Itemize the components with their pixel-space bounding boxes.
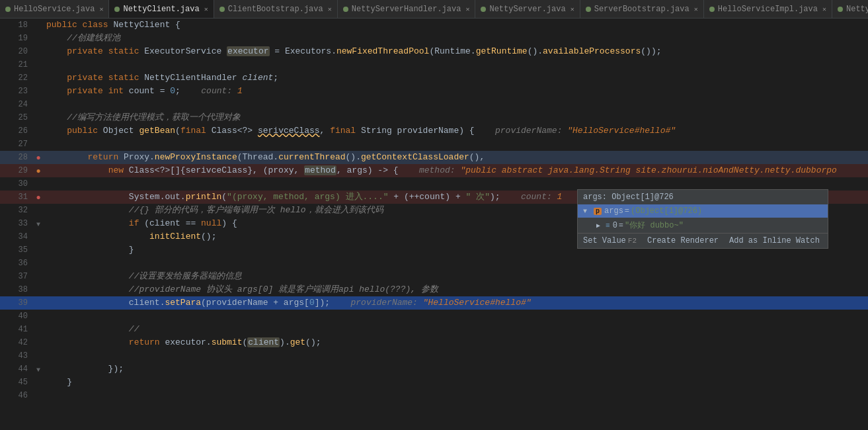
line-num-20: 20: [0, 45, 33, 58]
code-line-22: 22 private static NettyClientHandler cli…: [0, 71, 868, 85]
tab-HelloService[interactable]: HelloService.java ✕: [0, 0, 109, 19]
code-line-36: 36: [0, 257, 868, 270]
fold-arrow-33[interactable]: ▼: [36, 221, 40, 228]
line-content-38: //providerName 协议头 args[0] 就是客户端调用api he…: [44, 283, 868, 296]
watch-eq-0: =: [619, 221, 623, 230]
expand-icon-args[interactable]: ▼: [583, 208, 587, 215]
line-num-33: 33: [0, 217, 33, 230]
tab-dot-ServerBootstrap: [586, 7, 591, 12]
code-line-29: 29 ● new Class<?>[]{serivceClass}, (prox…: [0, 164, 868, 177]
line-content-40: [44, 310, 868, 323]
line-content-43: [44, 349, 868, 363]
code-line-39: 39 client.setPara(providerName + args[0]…: [0, 296, 868, 310]
tab-NettyClient[interactable]: NettyClient.java ✕: [109, 0, 214, 19]
line-num-29: 29: [0, 164, 33, 177]
breakpoint-icon-29: ●: [36, 167, 40, 176]
fold-arrow-44[interactable]: ▼: [36, 366, 40, 374]
tab-ServerBootstrap[interactable]: ServerBootstrap.java ✕: [580, 0, 704, 19]
tab-dot-HelloService: [5, 7, 11, 12]
code-line-40: 40: [0, 310, 868, 323]
breakpoint-icon-28: ●: [36, 153, 40, 163]
tab-label-ServerBootstrap: ServerBootstrap.java: [594, 5, 690, 14]
code-line-24: 24: [0, 98, 868, 111]
set-value-button[interactable]: Set ValueF2: [583, 236, 637, 245]
line-content-30: [44, 177, 868, 191]
line-num-27: 27: [0, 138, 33, 151]
line-content-23: private int count = 0; count: 1: [44, 85, 868, 98]
line-num-38: 38: [0, 283, 33, 296]
line-num-45: 45: [0, 376, 33, 389]
tab-close-ServerBootstrap[interactable]: ✕: [694, 5, 698, 13]
tab-close-NettyServer[interactable]: ✕: [571, 5, 574, 13]
tab-NettyServer[interactable]: NettyServer.java ✕: [475, 0, 580, 19]
watch-key-args: args: [604, 206, 623, 216]
line-content-18: public class NettyClient {: [44, 19, 868, 32]
line-content-28: return Proxy.newProxyInstance(Thread.cur…: [44, 151, 868, 164]
line-num-35: 35: [0, 243, 33, 257]
create-renderer-button[interactable]: Create Renderer: [647, 236, 719, 245]
tab-close-ClientBootstrap[interactable]: ✕: [328, 5, 332, 13]
line-num-36: 36: [0, 257, 33, 270]
watch-row-args[interactable]: ▼ p args = (Object[1]@726): [578, 204, 828, 218]
line-num-40: 40: [0, 310, 33, 323]
tab-dot-ClientBootstrap: [219, 7, 225, 12]
code-line-27: 27: [0, 138, 868, 151]
code-line-38: 38 //providerName 协议头 args[0] 就是客户端调用api…: [0, 283, 868, 296]
line-content-45: }: [44, 376, 868, 389]
tab-ClientBootstrap[interactable]: ClientBootstrap.java ✕: [214, 0, 338, 19]
tab-NettyClientHandler[interactable]: NettyClientHandler.java ✕: [832, 0, 868, 19]
line-num-30: 30: [0, 177, 33, 191]
tab-close-NettyServerHandler[interactable]: ✕: [465, 5, 469, 13]
tab-close-NettyClient[interactable]: ✕: [204, 5, 208, 13]
line-num-23: 23: [0, 85, 33, 98]
watch-eq-args: =: [625, 206, 629, 216]
tab-HelloServiceImpl[interactable]: HelloServiceImpl.java ✕: [704, 0, 832, 19]
line-num-37: 37: [0, 270, 33, 283]
line-content-39: client.setPara(providerName + args[0]); …: [44, 296, 868, 310]
line-num-25: 25: [0, 111, 33, 124]
expand-icon-0[interactable]: ▶: [596, 222, 600, 230]
tab-label-ClientBootstrap: ClientBootstrap.java: [228, 5, 323, 14]
watch-row-0[interactable]: ▶ ≡ 0 = "你好 dubbo~": [578, 218, 828, 233]
line-num-26: 26: [0, 124, 33, 138]
code-line-25: 25 //编写方法使用代理模式，获取一个代理对象: [0, 111, 868, 124]
line-num-43: 43: [0, 349, 33, 363]
line-num-22: 22: [0, 71, 33, 85]
tab-label-HelloService: HelloService.java: [14, 5, 95, 14]
breakpoint-icon-31: ●: [36, 193, 40, 202]
line-num-18: 18: [0, 19, 33, 32]
line-content-46: [44, 389, 868, 402]
tab-bar: HelloService.java ✕ NettyClient.java ✕ C…: [0, 0, 868, 19]
code-line-26: 26 public Object getBean(final Class<?> …: [0, 124, 868, 138]
tab-dot-HelloServiceImpl: [709, 7, 715, 12]
line-num-32: 32: [0, 204, 33, 217]
code-line-20: 20 private static ExecutorService execut…: [0, 45, 868, 58]
line-content-22: private static NettyClientHandler client…: [44, 71, 868, 85]
line-content-24: [44, 98, 868, 111]
watch-index-icon: ≡: [606, 222, 610, 230]
line-content-21: [44, 58, 868, 71]
line-content-29: new Class<?>[]{serivceClass}, (proxy, me…: [44, 164, 868, 177]
watch-val-args: (Object[1]@726): [631, 206, 702, 216]
watch-val-0: "你好 dubbo~": [625, 220, 684, 231]
code-line-37: 37 //设置要发给服务器端的信息: [0, 270, 868, 283]
tab-dot-NettyServerHandler: [343, 7, 348, 12]
add-inline-watch-button[interactable]: Add as Inline Watch: [729, 236, 820, 245]
line-content-42: return executor.submit(client).get();: [44, 336, 868, 349]
code-line-18: 18 public class NettyClient {: [0, 19, 868, 32]
tab-label-NettyClientHandler: NettyClientHandler.java: [846, 5, 868, 14]
code-line-41: 41 //: [0, 323, 868, 336]
line-num-42: 42: [0, 336, 33, 349]
tab-close-HelloService[interactable]: ✕: [99, 5, 103, 13]
tab-NettyServerHandler[interactable]: NettyServerHandler.java ✕: [338, 0, 476, 19]
line-num-19: 19: [0, 32, 33, 45]
line-content-41: //: [44, 323, 868, 336]
line-content-36: [44, 257, 868, 270]
tab-close-HelloServiceImpl[interactable]: ✕: [822, 5, 826, 13]
line-num-46: 46: [0, 389, 33, 402]
line-num-39: 39: [0, 296, 33, 310]
code-line-21: 21: [0, 58, 868, 71]
line-num-24: 24: [0, 98, 33, 111]
tab-dot-NettyClientHandler: [838, 7, 843, 12]
code-line-30: 30: [0, 177, 868, 191]
